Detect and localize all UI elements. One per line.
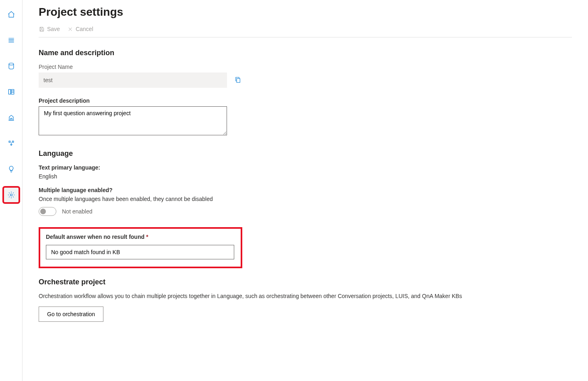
page-title: Project settings [39, 6, 572, 19]
library-icon [7, 88, 15, 96]
save-button[interactable]: Save [39, 26, 60, 32]
save-icon [39, 26, 45, 32]
sidebar-item-list[interactable] [4, 33, 19, 48]
toolbar: Save Cancel [39, 26, 572, 37]
go-to-orchestration-button[interactable]: Go to orchestration [39, 306, 103, 322]
database-icon [7, 62, 15, 70]
svg-rect-3 [9, 141, 10, 142]
sidebar-item-deploy[interactable] [4, 136, 19, 151]
save-label: Save [47, 26, 60, 32]
main-content: Project settings Save Cancel Name and de… [23, 0, 588, 381]
copy-project-name-button[interactable] [234, 76, 241, 85]
project-description-field[interactable] [39, 106, 227, 135]
project-description-label: Project description [39, 97, 572, 104]
list-icon [7, 36, 15, 44]
close-icon [67, 26, 73, 32]
copy-icon [234, 76, 241, 83]
sidebar-item-suggestions[interactable] [4, 162, 19, 176]
default-answer-section: Default answer when no result found * [39, 227, 242, 268]
required-asterisk: * [146, 234, 148, 240]
language-heading: Language [39, 149, 572, 158]
project-name-label: Project Name [39, 64, 572, 70]
name-desc-heading: Name and description [39, 49, 572, 57]
svg-rect-6 [237, 79, 240, 83]
lightbulb-icon [7, 165, 15, 173]
svg-point-5 [10, 194, 12, 196]
multi-language-label: Multiple language enabled? [39, 187, 572, 193]
sidebar-item-improve[interactable] [4, 110, 19, 125]
sidebar-item-database[interactable] [4, 59, 19, 73]
primary-language-label: Text primary language: [39, 164, 572, 171]
multi-language-toggle[interactable] [39, 207, 56, 216]
sidebar-item-library[interactable] [4, 85, 19, 99]
cancel-button[interactable]: Cancel [67, 26, 93, 32]
sidebar-item-settings[interactable] [4, 188, 19, 202]
sidebar [0, 0, 23, 381]
svg-rect-2 [11, 89, 14, 94]
building-icon [7, 114, 15, 122]
deploy-icon [7, 139, 15, 147]
svg-point-0 [9, 63, 14, 65]
svg-rect-1 [8, 89, 10, 94]
svg-rect-4 [12, 141, 13, 142]
sidebar-item-home[interactable] [4, 7, 19, 22]
multi-language-toggle-label: Not enabled [62, 208, 93, 215]
gear-icon [7, 191, 15, 199]
toggle-knob [40, 209, 46, 214]
default-answer-label: Default answer when no result found * [46, 234, 235, 240]
multi-language-helper: Once multiple languages have been enable… [39, 196, 572, 202]
project-name-field [39, 72, 227, 88]
cancel-label: Cancel [76, 26, 93, 32]
orchestrate-heading: Orchestrate project [39, 278, 572, 286]
primary-language-value: English [39, 173, 572, 180]
orchestrate-description: Orchestration workflow allows you to cha… [39, 293, 572, 299]
home-icon [7, 10, 15, 19]
default-answer-field[interactable] [46, 245, 234, 259]
